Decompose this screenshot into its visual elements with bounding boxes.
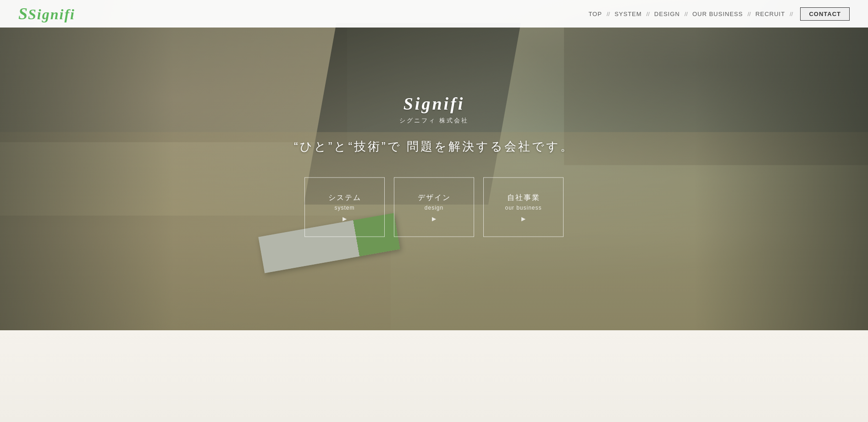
hero-logo: Signifi	[274, 94, 595, 114]
hero-logo-rest: ignifi	[415, 94, 464, 113]
contact-button[interactable]: CONTACT	[800, 7, 850, 21]
service-boxes-container: システム system ▶ デザイン design ▶ 自社事業 our bus…	[274, 178, 595, 237]
nav-sep-5: //	[790, 11, 793, 17]
service-system-jp: システム	[328, 193, 361, 202]
nav-design[interactable]: DESIGN	[652, 11, 682, 17]
service-business-arrow: ▶	[521, 215, 525, 222]
nav-sep-3: //	[685, 11, 688, 17]
hero-tagline: “ひと”と“技術”で 問題を解決する会社です。	[274, 139, 595, 155]
service-business-en: our business	[505, 204, 542, 211]
nav-system[interactable]: SYSTEM	[613, 11, 643, 17]
nav-sep-4: //	[747, 11, 751, 17]
service-box-business[interactable]: 自社事業 our business ▶	[483, 178, 564, 237]
hero-content: Signifi シグニフィ 株式会社 “ひと”と“技術”で 問題を解決する会社で…	[274, 94, 595, 237]
service-system-en: system	[334, 204, 354, 211]
nav-sep-1: //	[607, 11, 610, 17]
site-header: SSignifi TOP // SYSTEM // DESIGN // OUR …	[0, 0, 868, 28]
bottom-section	[0, 330, 868, 422]
service-design-en: design	[425, 204, 443, 211]
hero-logo-s: S	[404, 94, 415, 113]
service-system-arrow: ▶	[343, 215, 347, 222]
service-design-arrow: ▶	[432, 215, 436, 222]
service-business-jp: 自社事業	[507, 193, 540, 202]
service-box-system[interactable]: システム system ▶	[304, 178, 385, 237]
nav-our-business[interactable]: OUR BUSINESS	[691, 11, 745, 17]
site-logo[interactable]: SSignifi	[18, 4, 75, 23]
nav-top[interactable]: TOP	[586, 11, 604, 17]
service-design-jp: デザイン	[418, 193, 451, 202]
nav-sep-2: //	[647, 11, 650, 17]
main-nav: TOP // SYSTEM // DESIGN // OUR BUSINESS …	[586, 7, 850, 21]
logo-text-rest: Signifi	[28, 6, 75, 22]
logo-text: S	[18, 5, 28, 23]
nav-recruit[interactable]: RECRUIT	[753, 11, 787, 17]
service-box-design[interactable]: デザイン design ▶	[394, 178, 474, 237]
hero-logo-subtitle: シグニフィ 株式会社	[274, 117, 595, 125]
hero-section: Signifi シグニフィ 株式会社 “ひと”と“技術”で 問題を解決する会社で…	[0, 0, 868, 330]
